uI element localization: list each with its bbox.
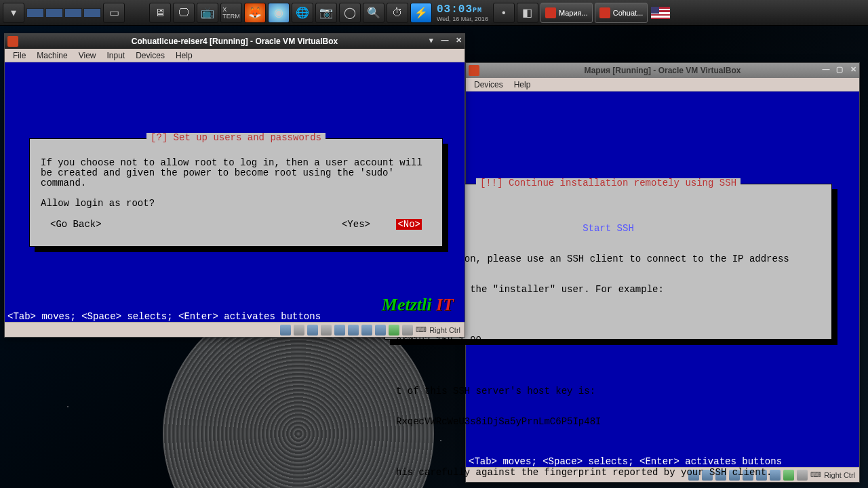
clock[interactable]: 03:03PM Wed, 16 Mar, 2016 xyxy=(434,3,491,22)
chromium-icon[interactable]: ◉ xyxy=(268,3,290,23)
record-icon[interactable] xyxy=(389,325,399,336)
tv-icon[interactable]: 📺 xyxy=(197,3,218,23)
clock-date: Wed, 16 Mar, 2016 xyxy=(437,16,488,22)
window-title: Cohuatlicue-reiser4 [Running] - Oracle V… xyxy=(132,37,338,46)
clock-ampm: PM xyxy=(473,7,482,14)
camera-icon[interactable]: 📷 xyxy=(315,3,337,23)
audio-icon[interactable] xyxy=(307,325,318,336)
shared-folder-icon[interactable] xyxy=(348,325,359,336)
titlebar[interactable]: Мария [Running] - Oracle VM VirtualBox —… xyxy=(466,63,859,78)
menu-input[interactable]: Input xyxy=(102,49,131,62)
mouse-capture-icon[interactable] xyxy=(402,325,413,336)
menubar: File Machine View Input Devices Help xyxy=(5,49,465,62)
taskbar-item-cohuat[interactable]: Cohuat... xyxy=(595,3,648,23)
hostkey-label: Right Ctrl xyxy=(429,326,460,334)
vm-screen[interactable]: [!!] Continue installation remotely usin… xyxy=(466,92,859,467)
window-icon xyxy=(469,65,479,76)
taskbar-label: Мария... xyxy=(559,9,588,17)
watermark: Metztli IT xyxy=(382,300,454,310)
dialog-text: his carefully against the fingerprint re… xyxy=(396,468,821,478)
maximize-button[interactable]: ▢ xyxy=(835,64,844,74)
app-icon[interactable]: ◯ xyxy=(339,3,361,23)
search-icon[interactable]: 🔍 xyxy=(363,3,384,23)
firefox-icon[interactable]: 🦊 xyxy=(244,3,266,23)
dialog-body: If you choose not to allow root to log i… xyxy=(30,139,442,216)
menu-machine[interactable]: Machine xyxy=(31,49,73,62)
network-icon[interactable] xyxy=(321,325,332,336)
yes-button[interactable]: <Yes> xyxy=(342,219,370,230)
shade-button[interactable]: ▾ xyxy=(427,35,436,45)
go-back-button[interactable]: <Go Back> xyxy=(50,220,102,230)
no-button[interactable]: <No> xyxy=(396,219,422,230)
keyboard-layout-icon[interactable] xyxy=(650,3,671,23)
top-panel: ▾ ▭ 🖥 🖵 📺 XTERM 🦊 ◉ 🌐 📷 ◯ 🔍 ⏱ ⚡ 03:03PM … xyxy=(0,0,868,26)
workspace-3[interactable] xyxy=(64,8,82,18)
files-icon[interactable]: 🖥 xyxy=(149,3,171,23)
tray-icon[interactable]: • xyxy=(493,3,515,23)
vm-screen[interactable]: [?] Set up users and passwords If you ch… xyxy=(5,62,465,322)
video-icon[interactable] xyxy=(375,325,386,336)
vm-status-bar: ⌨ Right Ctrl xyxy=(5,322,465,337)
hdd-icon[interactable] xyxy=(280,325,291,336)
workspace-2[interactable] xyxy=(45,8,63,18)
menu-help[interactable]: Help xyxy=(509,79,536,91)
menubar: Devices Help xyxy=(466,78,859,92)
clock-time: 03:03 xyxy=(437,3,473,16)
menu-help[interactable]: Help xyxy=(170,49,198,62)
xterm-icon[interactable]: XTERM xyxy=(220,3,242,23)
menu-view[interactable]: View xyxy=(73,49,102,62)
monitor-icon[interactable]: 🖵 xyxy=(173,3,195,23)
installer-dialog-users: [?] Set up users and passwords If you ch… xyxy=(29,138,443,247)
usb-icon[interactable] xyxy=(334,325,345,336)
menu-devices[interactable]: Devices xyxy=(130,49,170,62)
vbox-window-maria: Мария [Running] - Oracle VM VirtualBox —… xyxy=(465,62,860,483)
menu-devices[interactable]: Devices xyxy=(469,79,509,91)
show-desktop-icon[interactable]: ▭ xyxy=(103,3,125,23)
taskbar-label: Cohuat... xyxy=(613,9,644,17)
taskbar-item-maria[interactable]: Мария... xyxy=(540,3,593,23)
workspace-1[interactable] xyxy=(26,8,44,18)
optical-icon[interactable] xyxy=(294,325,304,336)
gauge-icon[interactable]: ⏱ xyxy=(387,3,408,23)
workspace-switcher[interactable] xyxy=(26,8,101,18)
dialog-title: [!!] Continue installation remotely usin… xyxy=(476,178,741,188)
titlebar[interactable]: Cohuatlicue-reiser4 [Running] - Oracle V… xyxy=(5,34,465,49)
workspace-4[interactable] xyxy=(83,8,101,18)
window-title: Мария [Running] - Oracle VM VirtualBox xyxy=(585,66,741,75)
us-flag-icon xyxy=(651,7,670,19)
vbox-badge-icon xyxy=(545,7,556,18)
tray-icon-2[interactable]: ◧ xyxy=(517,3,538,23)
battery-icon[interactable]: ⚡ xyxy=(410,3,432,23)
close-button[interactable]: ✕ xyxy=(848,64,858,74)
menu-file[interactable]: File xyxy=(7,49,31,62)
ssh-fingerprint: RxqecVWRcWeU3s8iDjSa5yPrnLmC6P5Ip48I xyxy=(396,417,821,427)
dialog-title: [?] Set up users and passwords xyxy=(146,133,326,143)
dialog-text: t of this SSH server's host key is: xyxy=(396,386,821,396)
vbox-window-cohuatlicue: Cohuatlicue-reiser4 [Running] - Oracle V… xyxy=(4,33,465,338)
hint-line: <Tab> moves; <Space> selects; <Enter> ac… xyxy=(466,457,859,467)
display-icon[interactable] xyxy=(361,325,372,336)
globe-icon[interactable]: 🌐 xyxy=(292,3,313,23)
minimize-button[interactable]: — xyxy=(821,64,831,74)
hint-line: <Tab> moves; <Space> selects; <Enter> ac… xyxy=(5,312,465,322)
minimize-button[interactable]: — xyxy=(440,35,450,45)
window-icon xyxy=(7,36,18,47)
close-button[interactable]: ✕ xyxy=(454,35,463,45)
vbox-badge-icon xyxy=(599,7,610,18)
menu-launcher-icon[interactable]: ▾ xyxy=(3,3,24,23)
